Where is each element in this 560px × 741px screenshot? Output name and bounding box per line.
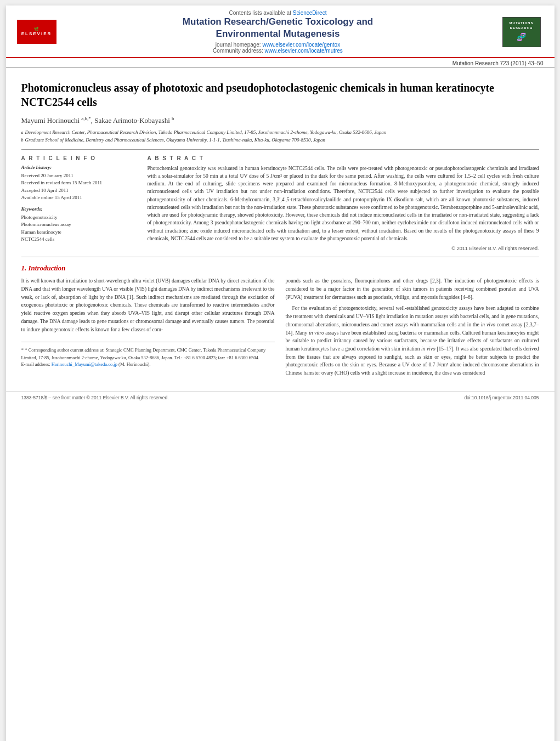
sciencedirect-link: Contents lists available at ScienceDirec…: [62, 10, 494, 16]
article-info-heading: A R T I C L E I N F O: [21, 155, 137, 161]
journal-title-line2: Environmental Mutagenesis: [216, 29, 340, 39]
sciencedirect-text: Contents lists available at: [229, 10, 293, 16]
page: 🌿 ELSEVIER Contents lists available at S…: [6, 5, 555, 741]
elsevier-label: ELSEVIER: [21, 31, 52, 37]
journal-homepage-label: journal homepage:: [216, 42, 263, 48]
keyword2: Photomicronucleus assay: [21, 221, 137, 229]
body-right-text: pounds such as the psoralens, fluoroquin…: [286, 277, 539, 377]
affiliations: a Development Research Center, Pharmaceu…: [21, 129, 539, 144]
journal-title-main: Mutation Research/Genetic Toxicology and…: [62, 16, 494, 40]
doi-text: doi:10.1016/j.mrgentox.2011.04.005: [464, 395, 539, 400]
journal-center: Contents lists available at ScienceDirec…: [56, 10, 500, 54]
elsevier-logo: 🌿 ELSEVIER: [17, 20, 56, 44]
article-info-text: Received 20 January 2011 Received in rev…: [21, 172, 137, 202]
elsevier-box: 🌿 ELSEVIER: [17, 20, 56, 44]
journal-links: journal homepage: www.elsevier.com/locat…: [62, 42, 494, 54]
body-left-text: It is well known that irradiation to sho…: [21, 277, 275, 333]
article-info-col: A R T I C L E I N F O Article history: R…: [21, 155, 137, 252]
keyword1: Photogenotoxicity: [21, 214, 137, 222]
keywords-section: Keywords: Photogenotoxicity Photomicronu…: [21, 206, 137, 244]
footnote-corresponding: * Corresponding author current address a…: [21, 347, 266, 360]
keywords-label: Keywords:: [21, 206, 137, 212]
body-two-col: It is well known that irradiation to sho…: [21, 277, 539, 381]
footnote-email: E-mail address: Harinouchi_Mayumi@takeda…: [21, 361, 275, 368]
author-sup-a: a,b,*: [81, 116, 91, 121]
revised-date: Received in revised form 15 March 2011: [21, 179, 137, 187]
body-right-col: pounds such as the psoralens, fluoroquin…: [286, 277, 539, 381]
footnote-area: * * Corresponding author current address…: [21, 342, 275, 368]
article-abstract-section: A R T I C L E I N F O Article history: R…: [21, 149, 539, 252]
authors: Mayumi Horinouchi a,b,*, Sakae Arimoto-K…: [21, 116, 539, 125]
intro-heading-container: 1. Introduction: [21, 263, 539, 273]
abstract-text: Photochemical genotoxicity was evaluated…: [148, 165, 539, 243]
journal-logo-right: MUTATIONS RESEARCH 🧬: [500, 17, 544, 47]
body-right-para2: For the evaluation of photogenotoxicity,…: [286, 304, 539, 377]
sciencedirect-link-text[interactable]: ScienceDirect: [293, 10, 327, 16]
mutations-badge: MUTATIONS RESEARCH 🧬: [502, 17, 541, 47]
article-history-label: Article history:: [21, 165, 137, 170]
footnote-email-label: E-mail address:: [21, 361, 52, 367]
keyword4: NCTC2544 cells: [21, 236, 137, 244]
available-date: Available online 15 April 2011: [21, 194, 137, 202]
intro-heading: 1. Introduction: [21, 264, 66, 272]
citation-text: Mutation Research 723 (2011) 43–50: [452, 60, 544, 66]
issn-text: 1383-5718/$ – see front matter © 2011 El…: [21, 395, 169, 400]
journal-homepage-link[interactable]: www.elsevier.com/locate/gentox: [262, 42, 340, 48]
affil-sup-b: b: [21, 137, 24, 143]
received-date: Received 20 January 2011: [21, 172, 137, 180]
body-right-para1: pounds such as the psoralens, fluoroquin…: [286, 277, 539, 301]
community-address-link[interactable]: www.elsevier.com/locate/mutres: [265, 48, 343, 54]
keywords-text: Photogenotoxicity Photomicronucleus assa…: [21, 214, 137, 244]
footnote-email-address[interactable]: Harinouchi_Mayumi@takeda.co.jp: [52, 361, 117, 367]
abstract-heading: A B S T R A C T: [148, 155, 539, 161]
keyword3: Human keratinocyte: [21, 229, 137, 236]
intro-heading-text: Introduction: [29, 264, 66, 272]
section-divider: [21, 257, 539, 257]
affiliation-b: b Graduate School of Medicine, Dentistry…: [21, 137, 539, 144]
intro-number: 1.: [21, 264, 27, 272]
paper-title-text: Photomicronucleus assay of phototoxic an…: [21, 82, 494, 108]
citation-line: Mutation Research 723 (2011) 43–50: [6, 58, 555, 68]
accepted-date: Accepted 10 April 2011: [21, 187, 137, 195]
community-address-label: Community address:: [213, 48, 264, 54]
paper-title: Photomicronucleus assay of phototoxic an…: [21, 81, 539, 109]
footnote-email-person: (M. Horinouchi).: [118, 361, 150, 367]
affil-sup-a: a: [21, 129, 24, 135]
affiliation-a: a Development Research Center, Pharmaceu…: [21, 129, 539, 136]
journal-title-line1: Mutation Research/Genetic Toxicology and: [183, 16, 373, 27]
footnote-star-text: * * Corresponding author current address…: [21, 347, 275, 361]
copyright-line: © 2011 Elsevier B.V. All rights reserved…: [148, 246, 539, 251]
journal-header: 🌿 ELSEVIER Contents lists available at S…: [6, 5, 555, 58]
author-sup-b: b: [172, 116, 174, 121]
abstract-col: A B S T R A C T Photochemical genotoxici…: [148, 155, 539, 252]
body-left-col: It is well known that irradiation to sho…: [21, 277, 275, 381]
body-left-para1: It is well known that irradiation to sho…: [21, 277, 275, 333]
paper-content: Photomicronucleus assay of phototoxic an…: [6, 68, 555, 392]
bottom-bar: 1383-5718/$ – see front matter © 2011 El…: [6, 392, 555, 403]
